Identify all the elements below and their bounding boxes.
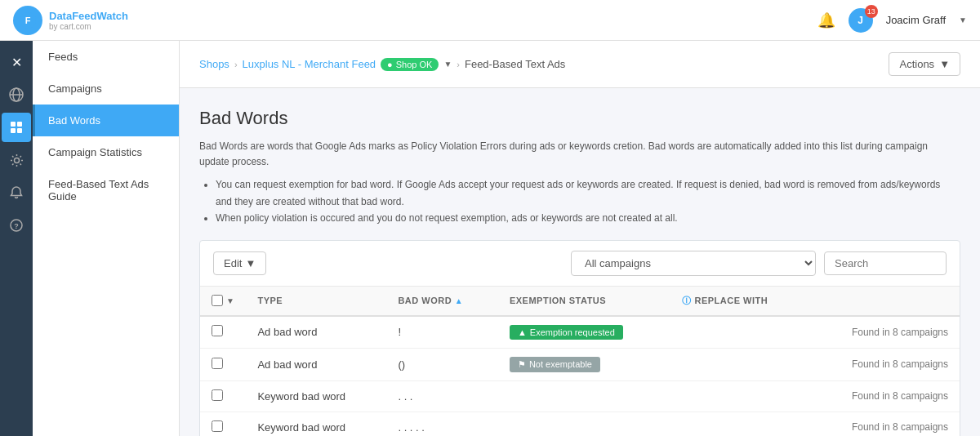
nav-icon-grid[interactable] bbox=[2, 113, 31, 142]
sidebar-menu: Feeds Campaigns Bad Words Campaign Stati… bbox=[33, 41, 180, 436]
select-all-checkbox[interactable] bbox=[212, 295, 223, 306]
sidebar-item-guide[interactable]: Feed-Based Text Ads Guide bbox=[33, 168, 179, 212]
main-layout: ✕ ? Feeds Campaigns Bad Words Campaign S… bbox=[0, 41, 980, 436]
cell-replace-with bbox=[670, 412, 808, 436]
cell-replace-with bbox=[670, 380, 808, 412]
logo-icon: F bbox=[13, 6, 42, 35]
bullet-item-2: When policy violation is occured and you… bbox=[216, 210, 951, 226]
user-badge-area: J 13 bbox=[849, 8, 873, 33]
page-description: Bad Words are words that Google Ads mark… bbox=[199, 139, 934, 170]
sidebar-icons: ✕ ? bbox=[0, 41, 33, 436]
breadcrumb-current: Feed-Based Text Ads bbox=[465, 58, 565, 70]
svg-point-9 bbox=[14, 158, 19, 162]
campaigns-select[interactable]: All campaigns bbox=[571, 251, 816, 276]
nav-icon-gear[interactable] bbox=[2, 145, 31, 175]
svg-rect-7 bbox=[11, 128, 16, 133]
nav-right: 🔔 J 13 Joacim Graff ▼ bbox=[817, 8, 967, 33]
cell-type: Ad bad word bbox=[246, 348, 386, 380]
nav-icon-question[interactable]: ? bbox=[2, 211, 31, 240]
top-nav: F DataFeedWatch by cart.com 🔔 J 13 Joaci… bbox=[0, 0, 980, 41]
breadcrumb-sep2: › bbox=[457, 60, 460, 69]
cell-found-in: Found in 8 campaigns bbox=[808, 348, 960, 380]
th-replace-with: ⓘ REPLACE WITH bbox=[670, 287, 808, 316]
cell-found-in: Found in 8 campaigns bbox=[808, 316, 960, 349]
edit-button[interactable]: Edit ▼ bbox=[213, 251, 266, 275]
not-exemptable-badge: ⚑Not exemptable bbox=[510, 357, 600, 372]
cell-exemption-status bbox=[498, 380, 671, 412]
logo-area: F DataFeedWatch by cart.com bbox=[13, 6, 128, 35]
cell-exemption-status: ⚑Not exemptable bbox=[498, 348, 671, 380]
content-area: Shops › Luxplus NL - Merchant Feed ● Sho… bbox=[180, 41, 980, 436]
bullet-item-1: You can request exemption for bad word. … bbox=[216, 176, 951, 210]
svg-text:?: ? bbox=[14, 222, 19, 230]
cell-exemption-status: ▲Exemption requested bbox=[498, 316, 671, 349]
cell-bad-word: . . . bbox=[386, 380, 498, 412]
row-checkbox[interactable] bbox=[212, 389, 223, 401]
notification-count: 13 bbox=[865, 5, 878, 18]
breadcrumb-merchant[interactable]: Luxplus NL - Merchant Feed ● Shop OK ▼ bbox=[243, 58, 452, 71]
cell-type: Keyword bad word bbox=[246, 412, 386, 436]
cell-bad-word: () bbox=[386, 348, 498, 380]
table-row: Keyword bad word. . . . .Found in 8 camp… bbox=[200, 412, 960, 436]
svg-rect-5 bbox=[11, 122, 16, 127]
logo-text: DataFeedWatch by cart.com bbox=[49, 10, 128, 31]
breadcrumb-shops[interactable]: Shops bbox=[199, 58, 229, 70]
cell-exemption-status bbox=[498, 412, 671, 436]
user-name[interactable]: Joacim Graff bbox=[886, 14, 946, 26]
user-menu-caret[interactable]: ▼ bbox=[959, 16, 967, 24]
shop-ok-badge: ● Shop OK bbox=[381, 58, 439, 71]
svg-rect-8 bbox=[17, 128, 22, 133]
row-checkbox[interactable] bbox=[212, 325, 223, 336]
svg-rect-6 bbox=[17, 122, 22, 127]
th-exemption-status: EXEMPTION STATUS bbox=[498, 287, 671, 316]
svg-text:F: F bbox=[25, 16, 31, 25]
nav-icon-bell[interactable] bbox=[2, 178, 31, 207]
cell-type: Keyword bad word bbox=[246, 380, 386, 412]
table-section: Edit ▼ All campaigns bbox=[199, 240, 960, 436]
page-content: Bad Words Bad Words are words that Googl… bbox=[180, 88, 980, 436]
table-header-row: ▼ TYPE BAD WORD ▲ EXEMPTION STATUS ⓘ bbox=[200, 287, 960, 316]
search-input[interactable] bbox=[824, 251, 947, 275]
breadcrumb-bar: Shops › Luxplus NL - Merchant Feed ● Sho… bbox=[180, 41, 980, 88]
exemption-requested-badge: ▲Exemption requested bbox=[510, 325, 623, 340]
cell-found-in: Found in 8 campaigns bbox=[808, 380, 960, 412]
cell-found-in: Found in 8 campaigns bbox=[808, 412, 960, 436]
table-row: Ad bad word!▲Exemption requestedFound in… bbox=[200, 316, 960, 349]
nav-icon-globe[interactable] bbox=[2, 80, 31, 109]
row-checkbox[interactable] bbox=[212, 420, 223, 432]
help-icon[interactable]: ⓘ bbox=[682, 296, 692, 305]
page-title: Bad Words bbox=[199, 108, 960, 129]
close-icon-btn[interactable]: ✕ bbox=[2, 47, 31, 77]
table-toolbar: Edit ▼ All campaigns bbox=[200, 241, 960, 287]
sidebar-item-bad-words[interactable]: Bad Words bbox=[33, 105, 179, 136]
th-bad-word: BAD WORD ▲ bbox=[386, 287, 498, 316]
table-body: Ad bad word!▲Exemption requestedFound in… bbox=[200, 316, 960, 436]
sort-icon[interactable]: ▲ bbox=[455, 296, 463, 305]
cell-replace-with bbox=[670, 348, 808, 380]
row-checkbox[interactable] bbox=[212, 358, 223, 369]
cell-bad-word: ! bbox=[386, 316, 498, 349]
th-checkbox: ▼ bbox=[200, 287, 246, 316]
breadcrumb: Shops › Luxplus NL - Merchant Feed ● Sho… bbox=[199, 58, 565, 71]
bell-icon[interactable]: 🔔 bbox=[817, 11, 835, 29]
cell-type: Ad bad word bbox=[246, 316, 386, 349]
sidebar-item-campaign-statistics[interactable]: Campaign Statistics bbox=[33, 136, 179, 168]
table-row: Ad bad word()⚑Not exemptableFound in 8 c… bbox=[200, 348, 960, 380]
th-found-in bbox=[808, 287, 960, 316]
sidebar-item-feeds[interactable]: Feeds bbox=[33, 41, 179, 73]
th-type: TYPE bbox=[246, 287, 386, 316]
bullet-list: You can request exemption for bad word. … bbox=[199, 176, 960, 226]
toolbar-right: All campaigns bbox=[571, 251, 947, 276]
breadcrumb-sep1: › bbox=[234, 60, 238, 69]
table-row: Keyword bad word. . .Found in 8 campaign… bbox=[200, 380, 960, 412]
cell-replace-with bbox=[670, 316, 808, 349]
bad-words-table: ▼ TYPE BAD WORD ▲ EXEMPTION STATUS ⓘ bbox=[200, 287, 960, 436]
cell-bad-word: . . . . . bbox=[386, 412, 498, 436]
sidebar-item-campaigns[interactable]: Campaigns bbox=[33, 73, 179, 105]
actions-button[interactable]: Actions ▼ bbox=[889, 52, 960, 76]
